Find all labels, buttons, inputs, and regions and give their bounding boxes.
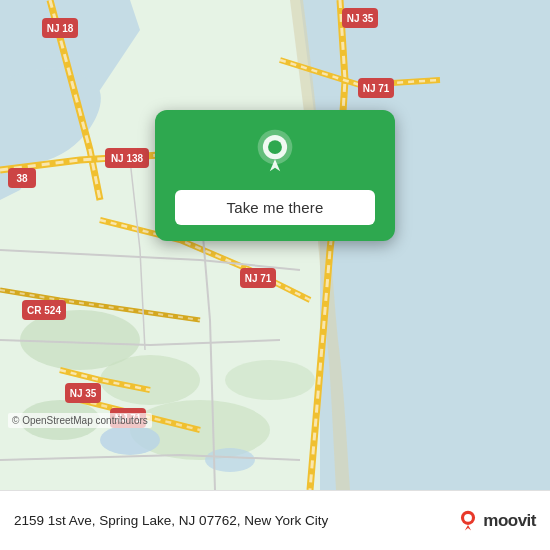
svg-text:38: 38 <box>16 173 28 184</box>
svg-point-8 <box>205 448 255 472</box>
svg-text:NJ 18: NJ 18 <box>47 23 74 34</box>
address-text: 2159 1st Ave, Spring Lake, NJ 07762, New… <box>14 513 457 528</box>
moovit-pin-icon <box>457 510 479 532</box>
take-me-there-button[interactable]: Take me there <box>175 190 375 225</box>
svg-text:CR 524: CR 524 <box>27 305 61 316</box>
svg-text:NJ 138: NJ 138 <box>111 153 144 164</box>
svg-text:NJ 35: NJ 35 <box>70 388 97 399</box>
bottom-bar: 2159 1st Ave, Spring Lake, NJ 07762, New… <box>0 490 550 550</box>
svg-text:NJ 71: NJ 71 <box>245 273 272 284</box>
location-pin-icon <box>249 128 301 180</box>
svg-point-29 <box>268 140 282 154</box>
map-container: NJ 18 NJ 35 NJ 71 NJ 138 38 NJ 71 CR 524… <box>0 0 550 490</box>
moovit-logo: moovit <box>457 510 536 532</box>
location-card: Take me there <box>155 110 395 241</box>
svg-text:NJ 71: NJ 71 <box>363 83 390 94</box>
osm-attribution: © OpenStreetMap contributors <box>8 413 152 428</box>
moovit-wordmark: moovit <box>483 511 536 531</box>
svg-point-7 <box>100 425 160 455</box>
svg-point-31 <box>464 513 472 521</box>
svg-point-6 <box>225 360 315 400</box>
svg-text:NJ 35: NJ 35 <box>347 13 374 24</box>
